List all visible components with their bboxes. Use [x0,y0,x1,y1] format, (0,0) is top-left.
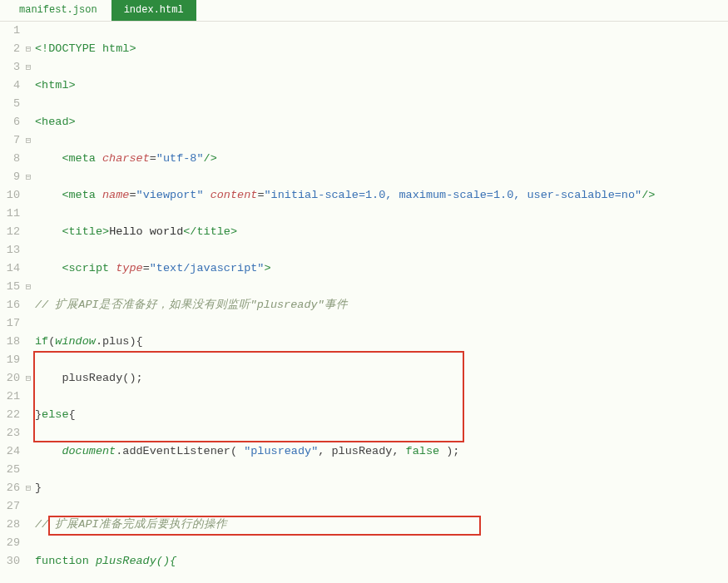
tab-index[interactable]: index.html [111,0,196,21]
tab-bar: manifest.json index.html [0,0,728,22]
highlight-box-function [33,351,464,442]
code-editor[interactable]: 1234567891011121314151617181920212223242… [0,22,728,583]
gutter-line-numbers: 1234567891011121314151617181920212223242… [0,22,23,583]
code-area[interactable]: <!DOCTYPE html> <html> <head> <meta char… [33,22,728,583]
gutter-fold-marks: ⊟⊟⊟⊟⊟⊟⊟ [23,22,33,583]
tab-manifest[interactable]: manifest.json [7,0,110,21]
